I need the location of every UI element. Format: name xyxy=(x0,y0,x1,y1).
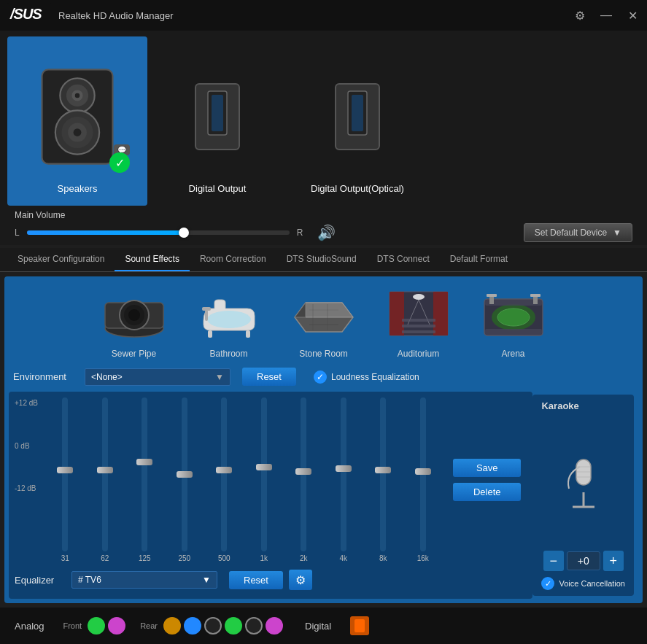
eq-track-1k[interactable] xyxy=(261,397,267,551)
settings-icon[interactable]: ⚙ xyxy=(573,9,587,23)
rear-ports: Rear xyxy=(140,617,283,635)
digital-port[interactable] xyxy=(350,616,369,635)
svg-rect-50 xyxy=(487,294,497,297)
eq-slider-31hz[interactable]: 31 xyxy=(50,397,81,562)
eq-handle-1k[interactable] xyxy=(256,464,272,470)
tab-dts-connect[interactable]: DTS Connect xyxy=(367,248,440,271)
eq-slider-62hz[interactable]: 62 xyxy=(89,397,120,562)
eq-slider-8k[interactable]: 8k xyxy=(368,397,399,562)
eq-track-500hz[interactable] xyxy=(221,397,227,551)
eq-track-4k[interactable] xyxy=(341,397,346,551)
eq-handle-4k[interactable] xyxy=(336,465,352,472)
front-ports: Front xyxy=(63,617,125,635)
active-badge: ✓ xyxy=(109,152,130,173)
device-speakers[interactable]: 💬 ✓ Speakers xyxy=(7,36,147,206)
volume-left-label: L xyxy=(15,228,20,238)
voice-cancellation-control[interactable]: ✓ Voice Cancellation xyxy=(541,577,625,590)
eq-delete-button[interactable]: Delete xyxy=(453,483,522,501)
rear-port-5[interactable] xyxy=(245,617,263,635)
environment-reset-button[interactable]: Reset xyxy=(242,368,296,386)
svg-rect-25 xyxy=(208,330,212,338)
eq-settings-button[interactable]: ⚙ xyxy=(289,570,312,590)
freq-2k: 2k xyxy=(300,554,308,562)
svg-rect-13 xyxy=(212,95,223,131)
env-arena[interactable]: Arena xyxy=(473,288,554,359)
stone-room-label: Stone Room xyxy=(299,349,348,359)
svg-point-45 xyxy=(497,309,530,326)
eq-track-125hz[interactable] xyxy=(142,397,147,551)
env-sewer-pipe[interactable]: Sewer Pipe xyxy=(94,288,174,359)
eq-handle-62hz[interactable] xyxy=(97,467,113,473)
db-label-high: +12 dB xyxy=(15,399,38,407)
eq-track-250hz[interactable] xyxy=(182,397,187,551)
rear-port-6[interactable] xyxy=(266,617,283,635)
device-digital-output[interactable]: Digital Output xyxy=(147,36,287,206)
volume-thumb[interactable] xyxy=(179,228,189,238)
tabs-bar: Speaker Configuration Sound Effects Room… xyxy=(0,248,647,272)
eq-handle-250hz[interactable] xyxy=(177,471,193,478)
set-default-device-button[interactable]: Set Default Device ▼ xyxy=(524,223,632,242)
karaoke-counter: − +0 + xyxy=(543,551,624,571)
karaoke-value: +0 xyxy=(567,551,600,570)
speakers-label: Speakers xyxy=(58,183,98,200)
eq-inner: +12 dB 0 dB -12 dB xyxy=(15,397,527,562)
rear-port-1[interactable] xyxy=(163,617,181,635)
tab-speaker-configuration[interactable]: Speaker Configuration xyxy=(7,248,115,271)
eq-slider-250hz[interactable]: 250 xyxy=(168,397,200,562)
tab-dts-studiosound[interactable]: DTS StudioSound xyxy=(276,248,367,271)
eq-handle-125hz[interactable] xyxy=(136,459,152,465)
eq-slider-125hz[interactable]: 125 xyxy=(129,397,160,562)
eq-handle-500hz[interactable] xyxy=(216,467,232,473)
freq-125: 125 xyxy=(139,554,151,562)
eq-track-62hz[interactable] xyxy=(102,397,108,551)
eq-handle-2k[interactable] xyxy=(295,468,311,475)
eq-track-16k[interactable] xyxy=(420,397,426,551)
eq-slider-1k[interactable]: 1k xyxy=(248,397,279,562)
tab-room-correction[interactable]: Room Correction xyxy=(190,248,276,271)
karaoke-minus-button[interactable]: − xyxy=(543,551,564,571)
device-digital-optical[interactable]: Digital Output(Optical) xyxy=(287,36,427,206)
eq-track-31hz[interactable] xyxy=(62,397,68,551)
svg-rect-36 xyxy=(433,292,448,335)
equalizer-label: Equalizer xyxy=(15,575,66,586)
env-stone-room[interactable]: Stone Room xyxy=(284,288,364,359)
svg-rect-16 xyxy=(352,95,363,131)
eq-slider-4k[interactable]: 4k xyxy=(328,397,359,562)
rear-port-4[interactable] xyxy=(225,617,242,635)
rear-port-2[interactable] xyxy=(184,617,201,635)
eq-slider-2k[interactable]: 2k xyxy=(288,397,319,562)
svg-point-37 xyxy=(413,294,425,300)
volume-slider[interactable] xyxy=(27,230,290,235)
eq-reset-button[interactable]: Reset xyxy=(229,571,283,589)
front-port-2[interactable] xyxy=(108,617,125,635)
env-bathroom[interactable]: Bathroom xyxy=(189,288,269,359)
svg-marker-29 xyxy=(295,303,306,317)
rear-port-3[interactable] xyxy=(204,617,222,635)
eq-handle-8k[interactable] xyxy=(375,467,391,473)
eq-slider-500hz[interactable]: 500 xyxy=(209,397,240,562)
speakers-svg xyxy=(37,66,117,168)
tab-default-format[interactable]: Default Format xyxy=(440,248,518,271)
digital-output-icon-wrap xyxy=(159,55,276,179)
db-label-mid: 0 dB xyxy=(15,442,38,450)
main-content-panel: Sewer Pipe Ba xyxy=(4,276,643,603)
eq-handle-16k[interactable] xyxy=(415,468,431,475)
environment-dropdown[interactable]: <None> ▼ xyxy=(85,368,230,386)
loudness-check-icon: ✓ xyxy=(314,371,327,384)
eq-slider-16k[interactable]: 16k xyxy=(407,397,438,562)
close-icon[interactable]: ✕ xyxy=(625,9,640,23)
loudness-equalization-control[interactable]: ✓ Loudness Equalization xyxy=(314,371,419,384)
eq-track-8k[interactable] xyxy=(380,397,386,551)
eq-handle-31hz[interactable] xyxy=(57,467,73,473)
volume-section: Main Volume L R 🔊 Set Default Device ▼ xyxy=(0,206,647,245)
eq-preset-dropdown[interactable]: # TV6 ▼ xyxy=(71,571,217,589)
digital-output-label: Digital Output xyxy=(189,183,247,200)
eq-save-button[interactable]: Save xyxy=(453,459,522,477)
tab-sound-effects[interactable]: Sound Effects xyxy=(115,248,190,271)
eq-track-2k[interactable] xyxy=(301,397,306,551)
env-auditorium[interactable]: Auditorium xyxy=(379,288,459,359)
karaoke-plus-button[interactable]: + xyxy=(603,551,624,571)
front-port-1[interactable] xyxy=(88,617,105,635)
minimize-icon[interactable]: — xyxy=(599,9,613,22)
sewer-pipe-icon xyxy=(101,288,167,343)
